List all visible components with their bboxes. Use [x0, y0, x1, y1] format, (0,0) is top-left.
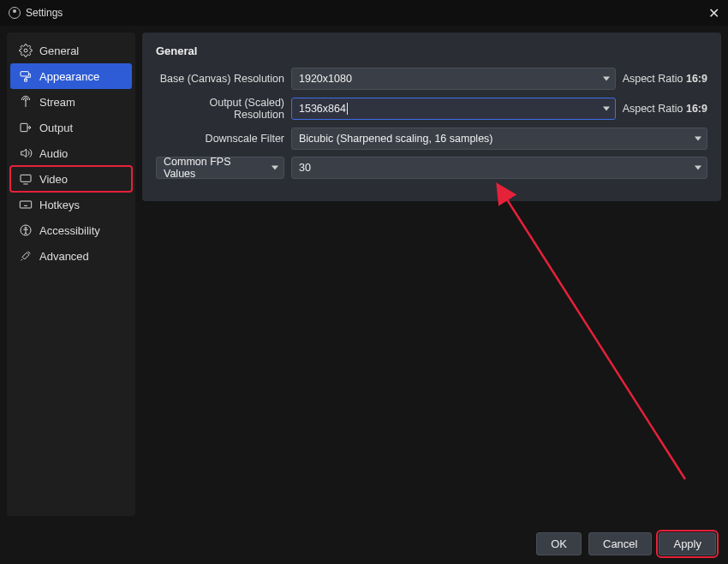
output-resolution-select[interactable]: 1536x864 [291, 98, 616, 120]
sidebar-item-output[interactable]: Output [10, 115, 132, 140]
fps-type-value: Common FPS Values [164, 156, 265, 180]
section-title: General [156, 45, 707, 57]
svg-point-3 [25, 99, 26, 100]
svg-point-0 [24, 49, 27, 52]
sidebar-item-accessibility[interactable]: Accessibility [10, 217, 132, 243]
sidebar-item-general[interactable]: General [10, 38, 132, 63]
window-title: Settings [26, 7, 63, 19]
close-icon[interactable]: ✕ [708, 5, 719, 21]
base-resolution-value: 1920x1080 [299, 73, 352, 85]
sidebar: General Appearance Stream Output Audio V [7, 33, 135, 516]
sidebar-item-video[interactable]: Video [10, 166, 132, 192]
cancel-button[interactable]: Cancel [588, 532, 652, 555]
app-icon [9, 7, 21, 19]
fps-value-select[interactable]: 30 [291, 157, 707, 179]
keyboard-icon [19, 198, 33, 211]
paint-icon [19, 69, 33, 83]
body-area: General Appearance Stream Output Audio V [0, 26, 728, 523]
row-output-resolution: Output (Scaled) Resolution 1536x864 Aspe… [156, 97, 707, 121]
footer: OK Cancel Apply [0, 523, 728, 564]
monitor-icon [19, 172, 33, 186]
sidebar-item-label: Output [39, 122, 73, 134]
sidebar-item-audio[interactable]: Audio [10, 140, 132, 166]
base-aspect-ratio: Aspect Ratio 16:9 [623, 73, 707, 85]
downscale-filter-value: Bicubic (Sharpened scaling, 16 samples) [299, 133, 493, 145]
sidebar-item-label: Advanced [39, 250, 89, 263]
fps-type-select[interactable]: Common FPS Values [156, 157, 284, 179]
svg-rect-4 [21, 123, 27, 131]
apply-button[interactable]: Apply [659, 532, 716, 555]
sidebar-item-label: Stream [39, 96, 75, 109]
main-panel: General Base (Canvas) Resolution 1920x10… [142, 33, 721, 516]
sidebar-item-advanced[interactable]: Advanced [10, 243, 132, 269]
output-aspect-ratio: Aspect Ratio 16:9 [623, 103, 707, 115]
antenna-icon [19, 95, 33, 109]
accessibility-icon [19, 223, 33, 237]
sidebar-item-appearance[interactable]: Appearance [10, 63, 132, 89]
sidebar-item-hotkeys[interactable]: Hotkeys [10, 192, 132, 217]
svg-point-8 [25, 227, 27, 229]
gear-icon [19, 44, 33, 57]
downscale-filter-select[interactable]: Bicubic (Sharpened scaling, 16 samples) [291, 128, 707, 150]
svg-rect-2 [25, 79, 27, 81]
row-downscale-filter: Downscale Filter Bicubic (Sharpened scal… [156, 128, 707, 150]
sidebar-item-label: Appearance [39, 70, 99, 83]
chevron-down-icon [695, 166, 701, 170]
svg-rect-5 [21, 175, 31, 181]
chevron-down-icon [603, 107, 610, 111]
general-section: General Base (Canvas) Resolution 1920x10… [142, 33, 721, 201]
sidebar-item-stream[interactable]: Stream [10, 89, 132, 115]
sidebar-item-label: Audio [39, 147, 68, 160]
base-resolution-label: Base (Canvas) Resolution [156, 73, 284, 85]
downscale-filter-label: Downscale Filter [156, 133, 284, 145]
output-resolution-value: 1536x864 [299, 103, 348, 116]
sidebar-item-label: Video [39, 173, 68, 186]
sidebar-item-label: General [39, 45, 79, 57]
sidebar-item-label: Hotkeys [39, 199, 80, 211]
ok-button[interactable]: OK [536, 532, 582, 555]
row-base-resolution: Base (Canvas) Resolution 1920x1080 Aspec… [156, 68, 707, 90]
tools-icon [19, 249, 33, 263]
chevron-down-icon [603, 77, 610, 81]
chevron-down-icon [695, 137, 701, 141]
settings-window: Settings ✕ General Appearance Stream Out… [0, 0, 728, 564]
base-resolution-select[interactable]: 1920x1080 [291, 68, 616, 90]
chevron-down-icon [272, 166, 278, 170]
speaker-icon [19, 146, 33, 160]
output-resolution-label: Output (Scaled) Resolution [156, 97, 284, 121]
svg-rect-1 [21, 72, 28, 76]
titlebar: Settings ✕ [0, 0, 728, 26]
row-fps: Common FPS Values 30 [156, 157, 707, 179]
sidebar-item-label: Accessibility [39, 224, 100, 237]
fps-value: 30 [299, 162, 311, 174]
svg-rect-6 [20, 201, 31, 208]
output-icon [19, 121, 33, 134]
